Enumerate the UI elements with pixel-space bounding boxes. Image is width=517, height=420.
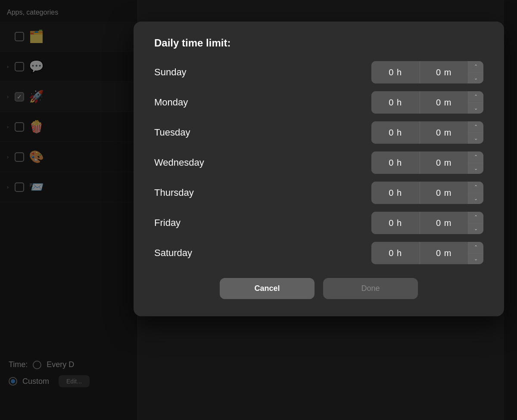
- day-label-tuesday: Tuesday: [154, 127, 232, 138]
- stepper-arrows-tuesday[interactable]: ⌃ ⌄: [468, 121, 483, 144]
- stepper-arrows-monday[interactable]: ⌃ ⌄: [468, 91, 483, 114]
- stepper-arrows-friday[interactable]: ⌃ ⌄: [468, 212, 483, 234]
- time-stepper-friday[interactable]: 0 h 0 m ⌃ ⌄: [371, 212, 483, 234]
- day-row-wednesday: Wednesday 0 h 0 m ⌃ ⌄: [154, 151, 483, 174]
- minutes-field-saturday[interactable]: 0 m: [420, 242, 468, 264]
- day-label-sunday: Sunday: [154, 67, 232, 78]
- day-row-friday: Friday 0 h 0 m ⌃ ⌄: [154, 212, 483, 234]
- arrow-down-sunday[interactable]: ⌄: [468, 73, 483, 84]
- day-row-saturday: Saturday 0 h 0 m ⌃ ⌄: [154, 242, 483, 264]
- arrow-down-tuesday[interactable]: ⌄: [468, 133, 483, 144]
- stepper-arrows-sunday[interactable]: ⌃ ⌄: [468, 61, 483, 83]
- arrow-down-monday[interactable]: ⌄: [468, 103, 483, 114]
- arrow-down-friday[interactable]: ⌄: [468, 223, 483, 235]
- time-stepper-saturday[interactable]: 0 h 0 m ⌃ ⌄: [371, 242, 483, 264]
- stepper-arrows-thursday[interactable]: ⌃ ⌄: [468, 182, 483, 204]
- hours-field-monday[interactable]: 0 h: [371, 91, 420, 114]
- day-label-saturday: Saturday: [154, 247, 232, 259]
- time-stepper-tuesday[interactable]: 0 h 0 m ⌃ ⌄: [371, 121, 483, 144]
- time-limit-modal: Daily time limit: Sunday 0 h 0 m ⌃ ⌄ Mon…: [134, 22, 504, 316]
- arrow-down-thursday[interactable]: ⌄: [468, 193, 483, 204]
- cancel-button[interactable]: Cancel: [220, 278, 315, 299]
- modal-title: Daily time limit:: [154, 37, 483, 49]
- minutes-field-wednesday[interactable]: 0 m: [420, 151, 468, 174]
- arrow-up-tuesday[interactable]: ⌃: [468, 121, 483, 133]
- arrow-up-monday[interactable]: ⌃: [468, 91, 483, 103]
- day-label-wednesday: Wednesday: [154, 157, 232, 168]
- arrow-up-sunday[interactable]: ⌃: [468, 61, 483, 73]
- hours-field-wednesday[interactable]: 0 h: [371, 151, 420, 174]
- day-row-tuesday: Tuesday 0 h 0 m ⌃ ⌄: [154, 121, 483, 144]
- day-label-friday: Friday: [154, 217, 232, 229]
- arrow-up-saturday[interactable]: ⌃: [468, 242, 483, 253]
- stepper-arrows-wednesday[interactable]: ⌃ ⌄: [468, 151, 483, 174]
- time-stepper-sunday[interactable]: 0 h 0 m ⌃ ⌄: [371, 61, 483, 83]
- hours-field-tuesday[interactable]: 0 h: [371, 121, 420, 144]
- arrow-down-wednesday[interactable]: ⌄: [468, 163, 483, 174]
- minutes-field-thursday[interactable]: 0 m: [420, 182, 468, 204]
- arrow-up-friday[interactable]: ⌃: [468, 212, 483, 223]
- day-label-thursday: Thursday: [154, 187, 232, 198]
- day-row-monday: Monday 0 h 0 m ⌃ ⌄: [154, 91, 483, 114]
- day-row-sunday: Sunday 0 h 0 m ⌃ ⌄: [154, 61, 483, 83]
- minutes-field-friday[interactable]: 0 m: [420, 212, 468, 234]
- day-row-thursday: Thursday 0 h 0 m ⌃ ⌄: [154, 182, 483, 204]
- minutes-field-sunday[interactable]: 0 m: [420, 61, 468, 83]
- time-stepper-thursday[interactable]: 0 h 0 m ⌃ ⌄: [371, 182, 483, 204]
- time-stepper-monday[interactable]: 0 h 0 m ⌃ ⌄: [371, 91, 483, 114]
- hours-field-friday[interactable]: 0 h: [371, 212, 420, 234]
- arrow-up-thursday[interactable]: ⌃: [468, 182, 483, 193]
- modal-buttons: Cancel Done: [154, 278, 483, 299]
- time-stepper-wednesday[interactable]: 0 h 0 m ⌃ ⌄: [371, 151, 483, 174]
- stepper-arrows-saturday[interactable]: ⌃ ⌄: [468, 242, 483, 264]
- minutes-field-tuesday[interactable]: 0 m: [420, 121, 468, 144]
- day-label-monday: Monday: [154, 97, 232, 108]
- hours-field-sunday[interactable]: 0 h: [371, 61, 420, 83]
- arrow-down-saturday[interactable]: ⌄: [468, 253, 483, 265]
- arrow-up-wednesday[interactable]: ⌃: [468, 151, 483, 163]
- hours-field-thursday[interactable]: 0 h: [371, 182, 420, 204]
- hours-field-saturday[interactable]: 0 h: [371, 242, 420, 264]
- days-container: Sunday 0 h 0 m ⌃ ⌄ Monday 0 h 0 m ⌃ ⌄ Tu…: [154, 61, 483, 264]
- minutes-field-monday[interactable]: 0 m: [420, 91, 468, 114]
- done-button[interactable]: Done: [323, 278, 418, 299]
